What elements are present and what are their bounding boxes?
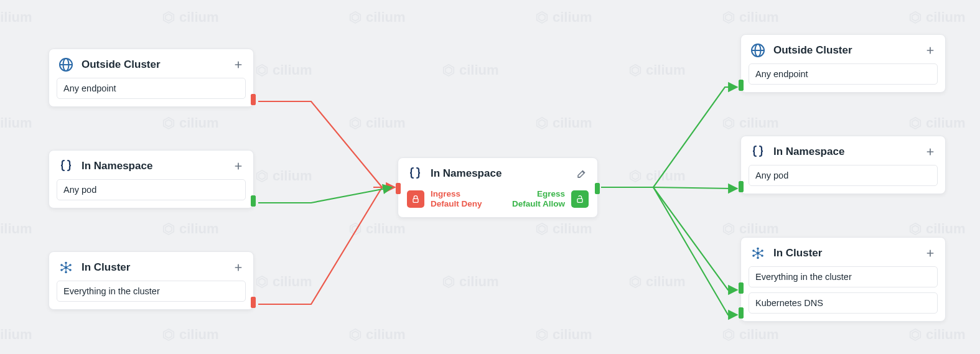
add-button[interactable] — [232, 160, 245, 172]
lock-open-icon — [571, 190, 589, 208]
connector-nub — [739, 80, 744, 91]
svg-line-100 — [66, 268, 70, 270]
svg-marker-83 — [912, 332, 918, 338]
svg-marker-42 — [630, 170, 641, 182]
svg-marker-8 — [724, 12, 734, 23]
connector-nub — [251, 94, 256, 105]
svg-marker-53 — [352, 226, 358, 233]
connector-nub-ingress — [396, 183, 401, 194]
svg-marker-50 — [164, 223, 174, 235]
svg-marker-77 — [352, 332, 358, 338]
svg-marker-33 — [726, 120, 732, 127]
svg-line-118 — [758, 253, 762, 256]
node-right-in-cluster: In Cluster Everything in the cluster Kub… — [740, 237, 946, 322]
braces-icon — [407, 165, 423, 182]
svg-marker-43 — [632, 173, 638, 180]
svg-marker-54 — [537, 223, 548, 235]
ingress-policy-text: Ingress Default Deny — [431, 189, 482, 208]
add-button[interactable] — [924, 247, 936, 259]
svg-line-115 — [754, 251, 758, 253]
node-title: In Cluster — [82, 261, 130, 274]
svg-marker-76 — [350, 329, 361, 340]
svg-marker-74 — [164, 329, 174, 340]
egress-mode: Default Allow — [512, 199, 565, 209]
svg-marker-58 — [910, 223, 921, 235]
svg-marker-26 — [164, 118, 174, 129]
svg-marker-34 — [910, 118, 921, 129]
connector-nub — [739, 282, 744, 294]
svg-marker-17 — [446, 67, 452, 74]
add-button[interactable] — [924, 44, 936, 57]
connector-nub-egress — [595, 183, 600, 194]
svg-marker-6 — [537, 12, 548, 23]
node-left-in-cluster: In Cluster Everything in the cluster — [49, 251, 254, 310]
svg-marker-56 — [724, 223, 734, 235]
list-item[interactable]: Any endpoint — [749, 63, 938, 85]
node-left-in-namespace: In Namespace Any pod — [49, 150, 254, 208]
globe-icon — [750, 42, 766, 58]
svg-marker-80 — [724, 329, 734, 340]
add-button[interactable] — [232, 261, 245, 274]
node-center-in-namespace: In Namespace Ingress Default Deny Egress… — [398, 157, 598, 218]
globe-icon — [58, 57, 74, 73]
svg-marker-55 — [539, 226, 545, 233]
svg-marker-67 — [632, 279, 638, 286]
svg-rect-102 — [577, 198, 582, 202]
svg-marker-2 — [164, 12, 174, 23]
cluster-icon — [750, 245, 766, 261]
edit-icon[interactable] — [575, 167, 589, 180]
list-item[interactable]: Any pod — [749, 165, 938, 186]
braces-icon — [750, 144, 766, 160]
ingress-label: Ingress — [431, 189, 482, 199]
connector-nub — [739, 307, 744, 319]
svg-marker-9 — [726, 14, 732, 21]
svg-line-116 — [758, 251, 762, 253]
svg-marker-5 — [352, 14, 358, 21]
node-title: In Namespace — [82, 160, 152, 172]
list-item[interactable]: Kubernetes DNS — [749, 292, 938, 314]
egress-policy-text: Egress Default Allow — [512, 189, 565, 208]
svg-marker-19 — [632, 67, 638, 74]
svg-line-97 — [62, 265, 66, 268]
svg-line-117 — [754, 253, 758, 256]
list-item[interactable]: Any pod — [57, 179, 246, 200]
add-button[interactable] — [232, 58, 245, 71]
ingress-mode: Default Deny — [431, 199, 482, 209]
node-title: In Cluster — [773, 247, 822, 259]
svg-marker-15 — [259, 67, 265, 74]
svg-marker-4 — [350, 12, 361, 23]
svg-marker-29 — [352, 120, 358, 127]
svg-marker-10 — [910, 12, 921, 23]
svg-marker-11 — [912, 14, 918, 21]
svg-marker-75 — [166, 332, 172, 338]
svg-marker-78 — [537, 329, 548, 340]
connector-nub — [251, 195, 256, 207]
lock-closed-icon — [407, 190, 424, 208]
svg-marker-28 — [350, 118, 361, 129]
svg-marker-66 — [630, 276, 641, 287]
svg-marker-16 — [444, 65, 454, 76]
node-title: In Namespace — [773, 146, 844, 158]
svg-marker-35 — [912, 120, 918, 127]
svg-marker-79 — [539, 332, 545, 338]
svg-marker-30 — [537, 118, 548, 129]
svg-marker-63 — [259, 279, 265, 286]
svg-marker-57 — [726, 226, 732, 233]
svg-marker-3 — [166, 14, 172, 21]
egress-label: Egress — [512, 189, 565, 199]
svg-line-99 — [62, 268, 66, 270]
svg-marker-38 — [257, 170, 268, 182]
list-item[interactable]: Everything in the cluster — [749, 266, 938, 287]
list-item[interactable]: Everything in the cluster — [57, 281, 246, 302]
svg-line-98 — [66, 265, 70, 268]
connector-nub — [251, 297, 256, 308]
list-item[interactable]: Any endpoint — [57, 78, 246, 99]
svg-marker-14 — [257, 65, 268, 76]
svg-marker-27 — [166, 120, 172, 127]
svg-marker-82 — [910, 329, 921, 340]
svg-marker-81 — [726, 332, 732, 338]
svg-marker-52 — [350, 223, 361, 235]
svg-marker-39 — [259, 173, 265, 180]
node-right-in-namespace: In Namespace Any pod — [740, 136, 946, 194]
add-button[interactable] — [924, 146, 936, 158]
